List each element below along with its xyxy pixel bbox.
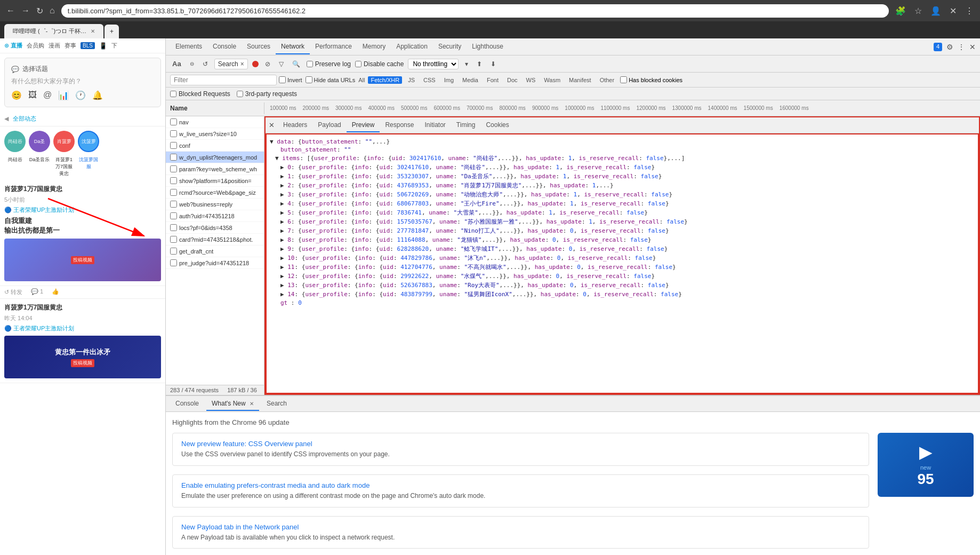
request-rcmd-checkbox[interactable]: [170, 189, 177, 196]
request-conf-checkbox[interactable]: [170, 142, 177, 149]
menu-icon[interactable]: ⋮: [963, 4, 976, 18]
star-icon[interactable]: ☆: [912, 4, 924, 18]
hide-data-urls-label[interactable]: Hide data URLs: [306, 76, 356, 83]
refresh-button[interactable]: ↻: [34, 4, 45, 18]
export-har-btn[interactable]: ⬇: [488, 59, 498, 69]
import-har-btn[interactable]: ⬆: [475, 59, 484, 69]
request-locs[interactable]: locs?pf=0&ids=4358: [166, 222, 264, 234]
invert-checkbox[interactable]: [279, 76, 286, 83]
like-btn[interactable]: 👍: [52, 288, 59, 296]
expand-arrow-7[interactable]: ▶: [280, 200, 284, 207]
third-party-label[interactable]: 3rd-party requests: [237, 90, 297, 98]
hide-data-urls-checkbox[interactable]: [306, 76, 312, 83]
tab-cookies[interactable]: Cookies: [480, 118, 514, 132]
throttle-arrow[interactable]: ▾: [463, 59, 470, 69]
filter-icon[interactable]: ▽: [277, 59, 286, 69]
other-btn[interactable]: Other: [597, 76, 617, 84]
aa-button[interactable]: Aa: [170, 59, 183, 69]
expand-arrow-9[interactable]: ▶: [280, 218, 284, 225]
post-placeholder-text[interactable]: 有什么想和大家分享的？: [11, 77, 154, 86]
highlight-link-2[interactable]: Enable emulating prefers-contrast media …: [181, 481, 860, 489]
bottom-tab-search[interactable]: Search: [261, 397, 292, 411]
ws-btn[interactable]: WS: [524, 76, 539, 84]
expand-arrow-6[interactable]: ▶: [280, 191, 284, 198]
expand-arrow-13[interactable]: ▶: [280, 255, 284, 261]
expand-arrow-12[interactable]: ▶: [280, 245, 284, 252]
request-w-dyn-checkbox[interactable]: [170, 154, 177, 161]
expand-arrow-2[interactable]: ▼: [275, 155, 279, 162]
tab-memory[interactable]: Memory: [357, 39, 391, 54]
nav-member[interactable]: 会员购: [27, 42, 44, 50]
tab-console[interactable]: Console: [207, 39, 242, 54]
request-param[interactable]: param?key=web_scheme_wh: [166, 163, 264, 175]
request-nav-checkbox[interactable]: [170, 118, 177, 125]
expand-arrow-0[interactable]: ▼: [270, 138, 274, 145]
search-icon[interactable]: 🔍: [290, 59, 302, 69]
tab-headers[interactable]: Headers: [278, 118, 312, 132]
preserve-log-label[interactable]: Preserve log: [307, 60, 351, 68]
expand-arrow-15[interactable]: ▶: [280, 273, 284, 280]
record-btn[interactable]: [252, 61, 259, 67]
tab-close-icon[interactable]: ✕: [91, 28, 95, 34]
fetch-xhr-btn[interactable]: Fetch/XHR: [368, 76, 402, 84]
request-card-checkbox[interactable]: [170, 236, 177, 243]
js-btn[interactable]: JS: [405, 76, 417, 84]
request-pre-judge[interactable]: pre_judge?uid=474351218: [166, 257, 264, 269]
expand-arrow-16[interactable]: ▶: [280, 282, 284, 289]
devtools-close-icon[interactable]: ✕: [969, 43, 976, 51]
expand-arrow-5[interactable]: ▶: [280, 182, 284, 189]
throttle-select[interactable]: No throttling Fast 3G Slow 3G: [408, 59, 459, 69]
third-party-checkbox[interactable]: [237, 91, 243, 97]
emoji-icon[interactable]: 😊: [11, 90, 22, 100]
request-show[interactable]: show?platform=1&position=: [166, 175, 264, 187]
bottom-tab-whats-new[interactable]: What's New ✕: [206, 397, 259, 411]
new-tab-button[interactable]: +: [105, 25, 119, 38]
bottom-tab-console[interactable]: Console: [170, 397, 204, 411]
image-icon[interactable]: 🖼: [28, 90, 37, 100]
play-icon[interactable]: ▶: [919, 442, 933, 462]
tab-preview[interactable]: Preview: [347, 118, 380, 132]
browser-tab-bilibili[interactable]: 哔哩哔哩 (゜-゜)つロ 干杯~-bilibili ✕: [4, 24, 103, 38]
tab-lighthouse[interactable]: Lighthouse: [467, 39, 509, 54]
chat-badge[interactable]: 4: [934, 43, 942, 51]
font-size-down[interactable]: ⊖: [188, 60, 196, 68]
tab-timing[interactable]: Timing: [451, 118, 481, 132]
retweet-btn[interactable]: ↺ 转发: [4, 288, 22, 296]
request-card[interactable]: card?mid=474351218&phot.: [166, 234, 264, 245]
css-btn[interactable]: CSS: [421, 76, 438, 84]
more-options-icon[interactable]: ⋮: [958, 43, 965, 51]
request-show-checkbox[interactable]: [170, 177, 177, 184]
expand-arrow-3[interactable]: ▶: [280, 164, 284, 171]
expand-arrow-11[interactable]: ▶: [280, 236, 284, 243]
request-pre-judge-checkbox[interactable]: [170, 259, 177, 266]
img-btn[interactable]: Img: [441, 76, 456, 84]
doc-btn[interactable]: Doc: [504, 76, 520, 84]
chart-icon[interactable]: 📊: [58, 90, 69, 100]
prev-btn[interactable]: ◀: [4, 115, 9, 122]
settings-icon[interactable]: ⚙: [946, 43, 953, 51]
expand-arrow-4[interactable]: ▶: [280, 173, 284, 180]
disable-cache-checkbox[interactable]: [355, 61, 362, 67]
request-w-dyn[interactable]: w_dyn_uplist?teenagers_mod: [166, 152, 264, 163]
clock-icon[interactable]: 🕐: [75, 90, 86, 100]
request-w-live-users[interactable]: w_live_users?size=10: [166, 128, 264, 140]
bell-icon[interactable]: 🔔: [92, 90, 103, 100]
tab-sources[interactable]: Sources: [242, 39, 276, 54]
tab-network[interactable]: Network: [276, 39, 310, 54]
account-icon[interactable]: 👤: [928, 4, 943, 18]
wasm-btn[interactable]: Wasm: [541, 76, 563, 84]
comment-btn[interactable]: 💬 1: [31, 288, 43, 296]
filter-input[interactable]: [170, 75, 277, 85]
tab-payload[interactable]: Payload: [312, 118, 346, 132]
expand-arrow-17[interactable]: ▶: [280, 291, 284, 298]
expand-arrow-10[interactable]: ▶: [280, 227, 284, 234]
request-rcmd[interactable]: rcmd?source=Web&page_siz: [166, 187, 264, 199]
extensions-icon[interactable]: 🧩: [893, 4, 908, 18]
request-param-checkbox[interactable]: [170, 165, 177, 172]
detail-close-btn[interactable]: ✕: [266, 119, 278, 131]
expand-arrow-14[interactable]: ▶: [280, 264, 284, 271]
tab-security[interactable]: Security: [433, 39, 467, 54]
expand-arrow-8[interactable]: ▶: [280, 209, 284, 216]
font-btn[interactable]: Font: [484, 76, 501, 84]
has-blocked-cookies-label[interactable]: Has blocked cookies: [620, 76, 682, 83]
